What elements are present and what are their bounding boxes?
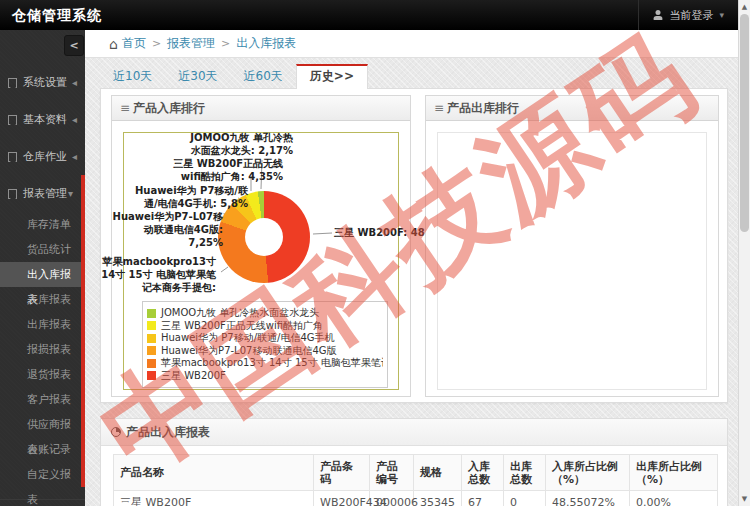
legend-label: Huawei华为 P7移动/联通/电信4G手机 (161, 332, 335, 345)
sidebar-item[interactable]: 退货报表 (0, 362, 81, 387)
pie-callout-label: Huawei华为P7-L07移动联通电信4G版:7,25% (113, 210, 223, 249)
bookmark-icon (8, 78, 17, 88)
legend-item: JOMOO九牧 单孔冷热水面盆水龙头 (147, 307, 383, 320)
table-body: 三星 WB200FWB200F4340000063534567048.55072… (114, 491, 718, 506)
table-cell: 0 (504, 491, 546, 506)
breadcrumb-trail: >报表管理>出入库报表 (146, 35, 296, 52)
sidebar-group-label: 报表管理 (23, 186, 67, 201)
sidebar: < 系统设置◂基本资料◂仓库作业◂报表管理▾库存清单货品统计出入库报表入库报表出… (0, 30, 85, 506)
legend-swatch (147, 346, 156, 355)
sidebar-group: 仓库作业◂ (0, 138, 85, 175)
outbound-chart-area (437, 132, 707, 390)
sidebar-groups: 系统设置◂基本资料◂仓库作业◂报表管理▾库存清单货品统计出入库报表入库报表出库报… (0, 64, 85, 487)
pie-report-icon (111, 427, 121, 437)
inbound-rank-panel: ≡产品入库排行 JOMOO九牧 单孔冷热水面盆 (111, 95, 411, 397)
report-panel-header: 产品出入库报表 (101, 419, 727, 446)
tab[interactable]: 近60天 (231, 64, 296, 89)
sidebar-item[interactable]: 入库报表 (0, 287, 81, 312)
report-title: 产品出入库报表 (126, 425, 210, 439)
sidebar-item[interactable]: 出库报表 (0, 312, 81, 337)
legend-label: 三星 WB200F (161, 370, 226, 383)
tab[interactable]: 近10天 (100, 64, 165, 89)
legend-swatch (147, 371, 156, 380)
legend-item: 苹果macbookpro13寸 14寸 15寸 电脑包苹果笔记本商务手提包 (147, 357, 383, 370)
pie-callout-label: 三星 WB200F正品无线wifi酷拍广角: 4,35% (173, 157, 283, 183)
column-header: 出库所占比例（%） (630, 455, 718, 491)
table-cell: 0.00% (630, 491, 718, 506)
legend-item: 三星 WB200F (147, 370, 383, 383)
sidebar-item[interactable]: 库存清单 (0, 212, 81, 237)
scrollbar[interactable]: ▲ ▼ (738, 0, 750, 506)
table-cell: 000006 (370, 491, 414, 506)
list-icon: ≡ (434, 101, 444, 115)
breadcrumb-home[interactable]: 首页 (122, 35, 146, 52)
outbound-panel-title: 产品出库排行 (447, 101, 519, 115)
chevron-left-icon: ◂ (72, 77, 77, 88)
breadcrumb-separator: > (152, 37, 161, 50)
report-table: 产品名称产品条码产品编号规格入库总数出库总数入库所占比例（%）出库所占比例（%）… (113, 454, 718, 506)
sidebar-group-header[interactable]: 仓库作业◂ (0, 138, 85, 175)
sidebar-item[interactable]: 货品统计 (0, 237, 81, 262)
sidebar-item[interactable]: 客户报表 (0, 387, 81, 412)
pie-callout-label: JOMOO九牧 单孔冷热水面盆水龙头: 2,17% (190, 131, 293, 157)
scroll-down-arrow[interactable]: ▼ (739, 492, 750, 506)
breadcrumb-link[interactable]: 报表管理 (167, 35, 215, 52)
user-menu[interactable]: 当前登录 ▾ (638, 0, 724, 30)
scrollbar-thumb[interactable] (740, 14, 749, 232)
home-icon: ⌂ (109, 36, 118, 52)
bookmark-icon (8, 115, 17, 125)
legend-item: Huawei华为P7-L07移动联通电信4G版 (147, 345, 383, 358)
sidebar-item[interactable]: 出入库报表 (0, 262, 81, 287)
user-icon (653, 10, 663, 20)
scroll-up-arrow[interactable]: ▲ (739, 0, 750, 14)
sidebar-group-header[interactable]: 系统设置◂ (0, 64, 85, 101)
sidebar-group-label: 仓库作业 (23, 149, 67, 164)
legend-label: 苹果macbookpro13寸 14寸 15寸 电脑包苹果笔记本商务手提包 (161, 357, 383, 370)
chevron-down-icon: ▾ (719, 10, 724, 20)
charts-container: ≡产品入库排行 JOMOO九牧 单孔冷热水面盆 (100, 88, 728, 403)
sidebar-group: 基本资料◂ (0, 101, 85, 138)
legend-swatch (147, 321, 156, 330)
sidebar-item[interactable]: 台账记录 (0, 437, 81, 462)
sidebar-item[interactable]: 报损报表 (0, 337, 81, 362)
column-header: 入库总数 (462, 455, 504, 491)
logout-button[interactable]: 退出系统 (0, 499, 85, 506)
legend-swatch (147, 359, 156, 368)
column-header: 出库总数 (504, 455, 546, 491)
legend-label: Huawei华为P7-L07移动联通电信4G版 (161, 345, 337, 358)
list-icon: ≡ (120, 101, 130, 115)
sidebar-collapse-button[interactable]: < (64, 35, 84, 56)
top-header: 仓储管理系统 当前登录 ▾ (0, 0, 738, 30)
sidebar-item[interactable]: 供应商报表 (0, 412, 81, 437)
legend-label: 三星 WB200F正品无线wifi酷拍广角 (161, 320, 323, 333)
table-row: 三星 WB200FWB200F4340000063534567048.55072… (114, 491, 718, 506)
column-header: 入库所占比例（%） (546, 455, 630, 491)
sidebar-group-header[interactable]: 报表管理▾ (0, 175, 81, 212)
pie-callout-label: Huawei华为 P7移动/联通/电信4G手机: 5,8% (135, 184, 248, 210)
bookmark-icon (8, 189, 17, 199)
bookmark-icon (8, 152, 17, 162)
outbound-panel-header: ≡产品出库排行 (426, 96, 718, 121)
outbound-rank-panel: ≡产品出库排行 (425, 95, 719, 397)
tab[interactable]: 近30天 (165, 64, 230, 89)
user-menu-label: 当前登录 (669, 8, 713, 23)
column-header: 产品条码 (314, 455, 370, 491)
table-cell: 三星 WB200F (114, 491, 314, 506)
breadcrumb-link[interactable]: 出入库报表 (236, 35, 296, 52)
table-cell: 35345 (414, 491, 462, 506)
legend-label: JOMOO九牧 单孔冷热水面盆水龙头 (161, 307, 319, 320)
main-area: ⌂ 首页 >报表管理>出入库报表 近10天近30天近60天历史>> ≡产品入库排… (85, 30, 738, 506)
sidebar-group: 报表管理▾库存清单货品统计出入库报表入库报表出库报表报损报表退货报表客户报表供应… (0, 175, 85, 487)
table-cell: 67 (462, 491, 504, 506)
legend-item: Huawei华为 P7移动/联通/电信4G手机 (147, 332, 383, 345)
sidebar-item[interactable]: 自定义报表 (0, 462, 81, 487)
chevron-left-icon: ◂ (72, 151, 77, 162)
pie-legend: JOMOO九牧 单孔冷热水面盆水龙头三星 WB200F正品无线wifi酷拍广角H… (142, 301, 388, 388)
tab[interactable]: 历史>> (296, 64, 368, 89)
legend-item: 三星 WB200F正品无线wifi酷拍广角 (147, 320, 383, 333)
inbound-panel-title: 产品入库排行 (133, 101, 205, 115)
chevron-left-icon: ◂ (72, 114, 77, 125)
sidebar-group-header[interactable]: 基本资料◂ (0, 101, 85, 138)
sidebar-group-label: 基本资料 (23, 112, 67, 127)
page: 仓储管理系统 当前登录 ▾ < 系统设置◂基本资料◂仓库作业◂报表管理▾库存清单… (0, 0, 750, 506)
